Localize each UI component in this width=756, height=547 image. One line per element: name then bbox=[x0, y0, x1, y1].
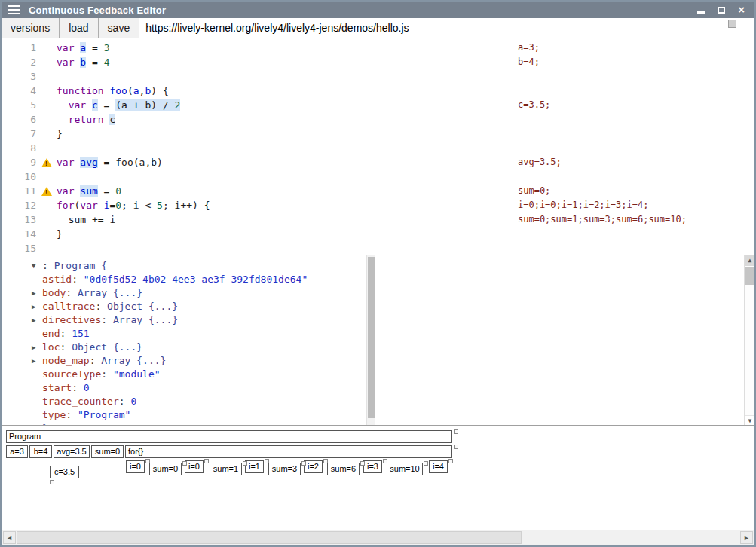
tree-node[interactable]: i=1 bbox=[245, 460, 264, 473]
titlebar[interactable]: Continuous Feedback Editor × bbox=[2, 2, 754, 18]
inspector-row[interactable]: ▶loc: Object {...} bbox=[2, 341, 363, 354]
warning-icon[interactable] bbox=[41, 187, 52, 196]
load-button[interactable]: load bbox=[60, 18, 98, 38]
tree-node[interactable]: b=4 bbox=[29, 445, 52, 458]
tree-node[interactable]: Program bbox=[6, 430, 452, 443]
warning-icon[interactable] bbox=[41, 158, 52, 167]
code-line[interactable]: 7} bbox=[2, 127, 754, 141]
tree-node[interactable]: sum=10 bbox=[387, 463, 423, 475]
tree-collapsed-node[interactable] bbox=[424, 461, 428, 466]
tree-collapsed-node[interactable] bbox=[454, 445, 458, 449]
inspector-separator: : bbox=[95, 301, 107, 312]
code-line[interactable]: 2var b = 4b=4; bbox=[2, 55, 754, 69]
tree-node[interactable]: sum=3 bbox=[268, 463, 301, 475]
tree-node[interactable]: i=0 bbox=[126, 460, 145, 473]
close-button[interactable]: × bbox=[738, 5, 745, 15]
code-line[interactable]: 4function foo(a,b) { bbox=[2, 84, 754, 98]
inspector-separator: : bbox=[72, 274, 84, 285]
tree-node[interactable]: i=0 bbox=[185, 460, 204, 473]
tree-collapsed-node[interactable] bbox=[145, 459, 150, 463]
inspector-row[interactable]: sourceType: "module" bbox=[2, 368, 363, 381]
scroll-up-icon[interactable]: ▲ bbox=[745, 255, 754, 266]
property-name: calltrace bbox=[42, 301, 95, 312]
code-line[interactable]: 12for(var i=0; i < 5; i++) {i=0;i=0;i=1;… bbox=[2, 198, 754, 212]
scroll-right-icon[interactable]: ► bbox=[740, 531, 753, 544]
vertical-scrollbar-thumb[interactable] bbox=[745, 267, 754, 285]
inspector-row[interactable]: start: 0 bbox=[2, 381, 363, 395]
tree-collapsed-node[interactable] bbox=[204, 459, 209, 463]
inspector-row[interactable]: ▼: Program { bbox=[2, 259, 363, 273]
code-line[interactable]: 10 bbox=[2, 170, 754, 184]
code-line[interactable]: 6 return c bbox=[2, 112, 754, 127]
tree-collapsed-node[interactable] bbox=[323, 459, 328, 463]
code-line[interactable]: 13 sum += isum=0;sum=1;sum=3;sum=6;sum=1… bbox=[2, 212, 754, 227]
property-name: start bbox=[42, 382, 72, 393]
code-line[interactable]: 8 bbox=[2, 141, 754, 155]
tree-pane[interactable]: Programa=3b=4avg=3.5sum=0for{}c=3.5i=0su… bbox=[2, 426, 754, 530]
url-input[interactable] bbox=[139, 18, 754, 38]
code-line[interactable]: 15 bbox=[2, 241, 754, 255]
code-line[interactable]: 9var avg = foo(a,b)avg=3.5; bbox=[2, 155, 754, 170]
horizontal-scrollbar-thumb[interactable] bbox=[17, 531, 522, 544]
code-line[interactable]: 14} bbox=[2, 227, 754, 241]
tree-collapsed-node[interactable] bbox=[182, 461, 187, 466]
save-button[interactable]: save bbox=[99, 18, 140, 38]
tree-collapsed-node[interactable] bbox=[383, 459, 387, 463]
maximize-button[interactable] bbox=[718, 5, 725, 15]
tree-node[interactable]: sum=1 bbox=[210, 463, 242, 475]
ast-inspector-pane[interactable]: ▼: Program {astid: "0d0f5d52-4b02-4ee3-a… bbox=[2, 255, 754, 426]
inspector-separator: : bbox=[66, 409, 78, 420]
code-line[interactable]: 5 var c = (a + b) / 2c=3.5; bbox=[2, 98, 754, 112]
minimize-button[interactable] bbox=[697, 5, 705, 15]
collapse-arrow-icon[interactable]: ▼ bbox=[32, 259, 35, 273]
close-icon: × bbox=[738, 5, 745, 15]
tree-collapsed-node[interactable] bbox=[243, 461, 247, 466]
code-line[interactable]: 11var sum = 0sum=0; bbox=[2, 184, 754, 198]
expand-arrow-icon[interactable]: ▶ bbox=[32, 286, 35, 300]
scrollbar-corner[interactable] bbox=[728, 20, 736, 28]
inspector-row[interactable]: ▶body: Array {...} bbox=[2, 286, 363, 300]
code-text: var avg = foo(a,b) bbox=[57, 155, 163, 170]
tree-node[interactable]: avg=3.5 bbox=[54, 445, 90, 458]
tree-node[interactable]: for{} bbox=[125, 445, 452, 458]
tree-node[interactable]: c=3.5 bbox=[50, 466, 79, 478]
tree-collapsed-node[interactable] bbox=[50, 480, 54, 484]
tree-node[interactable]: i=3 bbox=[363, 460, 382, 473]
inspector-row[interactable]: ▶calltrace: Object {...} bbox=[2, 300, 363, 313]
window-vertical-scrollbar[interactable]: ▲ ▼ bbox=[744, 255, 754, 426]
expand-arrow-icon[interactable]: ▶ bbox=[32, 354, 35, 368]
tree-node[interactable]: i=4 bbox=[429, 460, 448, 473]
inspector-row[interactable]: trace_counter: 0 bbox=[2, 395, 363, 408]
inspector-row[interactable]: end: 151 bbox=[2, 327, 363, 341]
code-line[interactable]: 3 bbox=[2, 69, 754, 84]
versions-button[interactable]: versions bbox=[2, 18, 60, 38]
expand-arrow-icon[interactable]: ▶ bbox=[32, 341, 35, 354]
tree-node[interactable]: sum=6 bbox=[327, 463, 360, 475]
hamburger-menu-icon[interactable] bbox=[8, 9, 20, 11]
inspector-row[interactable]: ▶node_map: Array {...} bbox=[2, 354, 363, 368]
inspector-row[interactable]: ▶directives: Array {...} bbox=[2, 313, 363, 327]
tree-node[interactable]: a=3 bbox=[6, 445, 28, 458]
expand-arrow-icon[interactable]: ▶ bbox=[32, 300, 35, 313]
tree-node[interactable]: sum=0 bbox=[149, 463, 182, 475]
scroll-down-icon[interactable]: ▼ bbox=[745, 415, 754, 426]
line-number: 3 bbox=[2, 69, 36, 84]
tree-node[interactable]: sum=0 bbox=[91, 445, 124, 458]
inspector-row[interactable]: astid: "0d0f5d52-4b02-4ee3-ae3f-392fd801… bbox=[2, 273, 363, 286]
property-value: 0 bbox=[130, 396, 136, 407]
horizontal-scrollbar[interactable]: ◄ ► bbox=[2, 530, 754, 545]
inspector-row[interactable]: type: "Program" bbox=[2, 408, 363, 422]
tree-collapsed-node[interactable] bbox=[360, 461, 365, 466]
tree-collapsed-node[interactable] bbox=[301, 461, 306, 466]
tree-collapsed-node[interactable] bbox=[265, 459, 269, 463]
code-line[interactable]: 1var a = 3a=3; bbox=[2, 41, 754, 55]
inspector-vertical-scrollbar[interactable] bbox=[366, 255, 375, 426]
code-editor-pane[interactable]: 1var a = 3a=3;2var b = 4b=4;34function f… bbox=[2, 38, 754, 255]
expand-arrow-icon[interactable]: ▶ bbox=[32, 313, 35, 327]
tree-collapsed-node[interactable] bbox=[448, 459, 453, 463]
tree-collapsed-node[interactable] bbox=[454, 429, 458, 434]
scroll-left-icon[interactable]: ◄ bbox=[3, 531, 16, 544]
inspector-rows: ▼: Program {astid: "0d0f5d52-4b02-4ee3-a… bbox=[2, 259, 363, 426]
tree-node[interactable]: i=2 bbox=[304, 460, 323, 473]
inspector-scrollbar-thumb[interactable] bbox=[368, 257, 375, 418]
